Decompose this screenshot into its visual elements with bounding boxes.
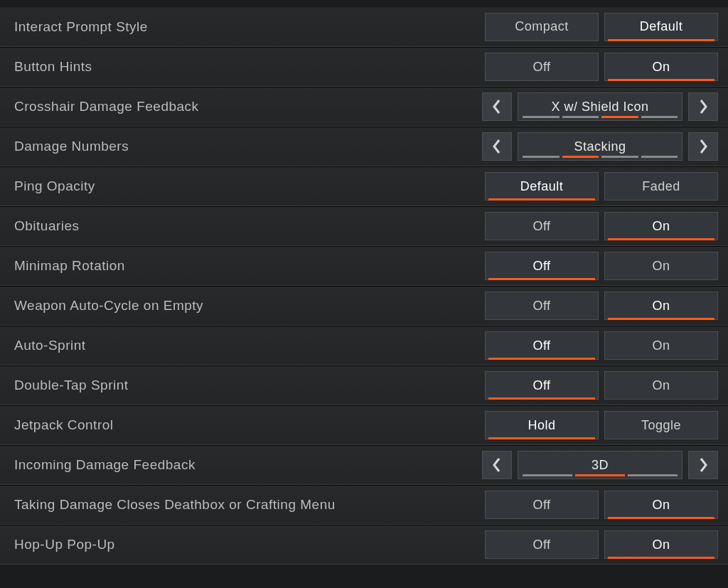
option-button[interactable]: On xyxy=(604,331,718,360)
option-button[interactable]: Off xyxy=(485,530,599,559)
option-button[interactable]: Compact xyxy=(485,13,599,41)
carousel-tick xyxy=(562,156,599,158)
option-button[interactable]: On xyxy=(604,371,718,400)
carousel-value[interactable]: 3D xyxy=(518,451,682,479)
setting-control: Stacking xyxy=(482,132,718,161)
setting-label: Weapon Auto-Cycle on Empty xyxy=(14,298,485,314)
option-button[interactable]: Off xyxy=(485,252,599,280)
carousel-tick xyxy=(628,474,678,476)
carousel-value-text: 3D xyxy=(592,458,609,473)
setting-control: X w/ Shield Icon xyxy=(482,92,718,121)
setting-row-taking-damage-closes: Taking Damage Closes Deathbox or Craftin… xyxy=(0,485,728,525)
setting-row-interact-prompt-style: Interact Prompt StyleCompactDefault xyxy=(0,7,728,47)
setting-label: Button Hints xyxy=(14,59,485,75)
setting-label: Taking Damage Closes Deathbox or Craftin… xyxy=(14,497,485,513)
option-button[interactable]: On xyxy=(604,53,718,81)
carousel-value[interactable]: Stacking xyxy=(518,132,682,161)
chevron-left-icon[interactable] xyxy=(482,451,512,479)
setting-label: Hop-Up Pop-Up xyxy=(14,537,485,552)
carousel-tick xyxy=(601,116,638,118)
carousel-tick xyxy=(523,474,572,476)
setting-control: OffOn xyxy=(485,53,718,81)
setting-control: 3D xyxy=(482,451,718,479)
carousel-tick xyxy=(562,116,599,118)
option-button[interactable]: On xyxy=(604,491,718,519)
setting-label: Damage Numbers xyxy=(14,139,482,154)
carousel-ticks xyxy=(523,156,678,158)
carousel-tick xyxy=(523,156,560,158)
chevron-left-icon[interactable] xyxy=(482,132,512,161)
setting-control: OffOn xyxy=(485,530,718,559)
option-button[interactable]: Off xyxy=(485,371,599,400)
carousel-tick xyxy=(641,156,678,158)
setting-control: OffOn xyxy=(485,292,718,320)
setting-row-double-tap-sprint: Double-Tap SprintOffOn xyxy=(0,365,728,405)
option-button[interactable]: Off xyxy=(485,212,599,240)
option-button[interactable]: Off xyxy=(485,331,599,360)
setting-row-button-hints: Button HintsOffOn xyxy=(0,47,728,87)
option-button[interactable]: Default xyxy=(485,172,599,201)
setting-row-weapon-auto-cycle: Weapon Auto-Cycle on EmptyOffOn xyxy=(0,286,728,326)
option-button[interactable]: Hold xyxy=(485,411,599,439)
carousel-tick xyxy=(641,116,678,118)
carousel-tick xyxy=(575,474,625,476)
setting-row-auto-sprint: Auto-SprintOffOn xyxy=(0,326,728,365)
setting-row-incoming-damage-feedback: Incoming Damage Feedback3D xyxy=(0,445,728,485)
setting-row-obituaries: ObituariesOffOn xyxy=(0,206,728,246)
carousel-value[interactable]: X w/ Shield Icon xyxy=(518,92,682,121)
option-button[interactable]: On xyxy=(604,530,718,559)
chevron-left-icon[interactable] xyxy=(482,92,512,121)
setting-row-hop-up-pop-up: Hop-Up Pop-UpOffOn xyxy=(0,525,728,565)
setting-label: Crosshair Damage Feedback xyxy=(14,99,482,114)
option-button[interactable]: On xyxy=(604,212,718,240)
setting-row-ping-opacity: Ping OpacityDefaultFaded xyxy=(0,166,728,206)
setting-label: Double-Tap Sprint xyxy=(14,378,485,393)
option-button[interactable]: Off xyxy=(485,53,599,81)
chevron-right-icon[interactable] xyxy=(688,132,718,161)
setting-row-jetpack-control: Jetpack ControlHoldToggle xyxy=(0,405,728,445)
setting-row-crosshair-damage-feedback: Crosshair Damage FeedbackX w/ Shield Ico… xyxy=(0,87,728,127)
carousel-value-text: X w/ Shield Icon xyxy=(551,100,648,114)
carousel-ticks xyxy=(523,116,678,118)
carousel-tick xyxy=(523,116,560,118)
setting-label: Incoming Damage Feedback xyxy=(14,457,482,473)
option-button[interactable]: Faded xyxy=(604,172,718,201)
setting-control: OffOn xyxy=(485,252,718,280)
option-button[interactable]: On xyxy=(604,292,718,320)
setting-label: Interact Prompt Style xyxy=(14,19,485,35)
setting-row-minimap-rotation: Minimap RotationOffOn xyxy=(0,246,728,286)
setting-control: CompactDefault xyxy=(485,13,718,41)
setting-control: DefaultFaded xyxy=(485,172,718,201)
settings-list: Interact Prompt StyleCompactDefaultButto… xyxy=(0,0,728,588)
setting-row-damage-numbers: Damage NumbersStacking xyxy=(0,127,728,166)
setting-label: Auto-Sprint xyxy=(14,338,485,353)
setting-control: HoldToggle xyxy=(485,411,718,439)
setting-label: Jetpack Control xyxy=(14,417,485,433)
option-button[interactable]: Default xyxy=(604,13,718,41)
setting-label: Minimap Rotation xyxy=(14,258,485,274)
setting-control: OffOn xyxy=(485,331,718,360)
chevron-right-icon[interactable] xyxy=(688,451,718,479)
carousel-ticks xyxy=(523,474,678,476)
setting-label: Ping Opacity xyxy=(14,178,485,194)
chevron-right-icon[interactable] xyxy=(688,92,718,121)
carousel-tick xyxy=(601,156,638,158)
setting-control: OffOn xyxy=(485,491,718,519)
setting-control: OffOn xyxy=(485,371,718,400)
option-button[interactable]: Off xyxy=(485,292,599,320)
option-button[interactable]: Off xyxy=(485,491,599,519)
setting-label: Obituaries xyxy=(14,218,485,234)
option-button[interactable]: On xyxy=(604,252,718,280)
carousel-value-text: Stacking xyxy=(574,139,626,154)
option-button[interactable]: Toggle xyxy=(604,411,718,439)
setting-control: OffOn xyxy=(485,212,718,240)
